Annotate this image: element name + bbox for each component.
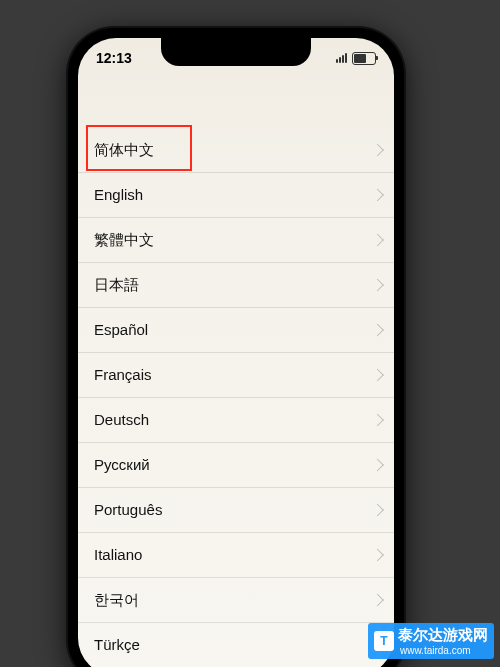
language-label: Deutsch (94, 411, 149, 428)
chevron-right-icon (371, 459, 384, 472)
chevron-right-icon (371, 414, 384, 427)
language-label: Français (94, 366, 152, 383)
language-row[interactable]: Italiano (78, 533, 394, 578)
watermark-url: www.tairda.com (400, 645, 488, 656)
chevron-right-icon (371, 594, 384, 607)
watermark: T 泰尔达游戏网 www.tairda.com (368, 623, 494, 659)
language-label: Português (94, 501, 162, 518)
chevron-right-icon (371, 504, 384, 517)
watermark-logo: T (374, 631, 394, 651)
language-label: English (94, 186, 143, 203)
chevron-right-icon (371, 279, 384, 292)
phone-frame: 12:13 简体中文English繁體中文日本語EspañolFrançaisD… (68, 28, 404, 667)
signal-icon (336, 53, 347, 63)
notch (161, 38, 311, 66)
language-row[interactable]: 简体中文 (78, 128, 394, 173)
language-label: Italiano (94, 546, 142, 563)
language-row[interactable]: Português (78, 488, 394, 533)
language-row[interactable]: 繁體中文 (78, 218, 394, 263)
language-row[interactable]: Deutsch (78, 398, 394, 443)
language-label: 日本語 (94, 276, 139, 293)
chevron-right-icon (371, 369, 384, 382)
battery-icon (352, 52, 376, 65)
chevron-right-icon (371, 189, 384, 202)
language-row[interactable]: Türkçe (78, 623, 394, 667)
status-time: 12:13 (96, 50, 132, 66)
language-row[interactable]: English (78, 173, 394, 218)
chevron-right-icon (371, 324, 384, 337)
watermark-title: 泰尔达游戏网 (398, 626, 488, 645)
language-row[interactable]: 한국어 (78, 578, 394, 623)
language-label: 繁體中文 (94, 231, 154, 248)
language-label: Türkçe (94, 636, 140, 653)
chevron-right-icon (371, 144, 384, 157)
phone-screen: 12:13 简体中文English繁體中文日本語EspañolFrançaisD… (78, 38, 394, 667)
chevron-right-icon (371, 549, 384, 562)
language-row[interactable]: Español (78, 308, 394, 353)
language-label: Español (94, 321, 148, 338)
chevron-right-icon (371, 234, 384, 247)
language-label: Русский (94, 456, 150, 473)
language-row[interactable]: Русский (78, 443, 394, 488)
language-row[interactable]: 日本語 (78, 263, 394, 308)
status-right (336, 52, 376, 65)
language-row[interactable]: Français (78, 353, 394, 398)
language-label: 简体中文 (94, 141, 154, 158)
language-list: 简体中文English繁體中文日本語EspañolFrançaisDeutsch… (78, 128, 394, 667)
language-label: 한국어 (94, 591, 139, 608)
